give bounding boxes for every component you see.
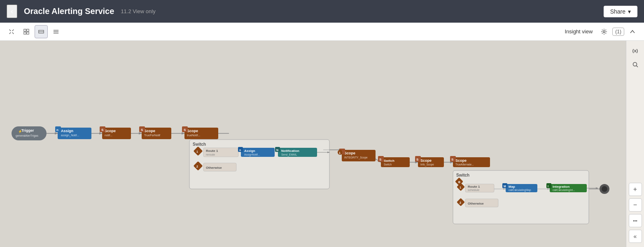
- list-view-button[interactable]: [49, 25, 63, 38]
- svg-point-121: [602, 186, 607, 192]
- svg-rect-54: [194, 147, 203, 156]
- svg-text:Switch: Switch: [456, 173, 469, 177]
- svg-text:S: S: [101, 128, 104, 132]
- share-button[interactable]: Share ▾: [604, 6, 637, 17]
- svg-line-11: [636, 66, 638, 68]
- search-button[interactable]: [629, 58, 642, 71]
- settings-button[interactable]: [597, 25, 611, 38]
- svg-text:Otherwise: Otherwise: [468, 202, 484, 205]
- assign-node-1[interactable]: Assign assign_Notif... n: [55, 126, 91, 139]
- svg-text:S: S: [379, 158, 382, 161]
- svg-text:Send_EMAIL: Send_EMAIL: [281, 153, 297, 156]
- flow-diagram: ⚡ Trigger generalAlerTrigas Assign assig…: [0, 41, 626, 247]
- route1-diamond[interactable]: 1: [194, 147, 203, 156]
- settings-icon: [601, 28, 607, 35]
- panel-icon: [38, 28, 44, 35]
- svg-point-10: [633, 63, 637, 66]
- scope-node-1[interactable]: Scope notif... S: [100, 126, 131, 139]
- scope-info-node[interactable]: Scope Info_Scope S: [415, 156, 444, 167]
- collapse-panel-button[interactable]: [626, 25, 639, 38]
- end-node[interactable]: [600, 184, 609, 194]
- svg-rect-96: [453, 170, 589, 224]
- canvas-area: (x) + − ••• «: [0, 41, 644, 247]
- svg-text:N: N: [276, 149, 278, 151]
- svg-rect-1: [27, 29, 29, 31]
- switch2-node[interactable]: Switch Switch S: [378, 156, 410, 167]
- svg-text:Otherwise: Otherwise: [206, 166, 222, 170]
- svg-text:S: S: [184, 128, 186, 132]
- grid-icon: [23, 28, 29, 35]
- svg-rect-113: [546, 183, 551, 188]
- scope-alternate-node[interactable]: Scope TrueAlternate... S: [450, 156, 490, 167]
- svg-text:INTEGRITY_Scope: INTEGRITY_Scope: [344, 156, 368, 159]
- scope-integrity-node[interactable]: Scope INTEGRITY_Scope S: [339, 149, 376, 161]
- svg-rect-2: [24, 32, 26, 34]
- zoom-in-button[interactable]: +: [629, 183, 642, 196]
- svg-text:n: n: [56, 128, 58, 132]
- grid-view-button[interactable]: [20, 25, 33, 38]
- svg-rect-118: [465, 199, 498, 207]
- map-node[interactable]: Map callCalculatingMap M: [502, 183, 537, 192]
- integration-node[interactable]: Integration callCalculatingInt... I: [546, 183, 587, 192]
- assign-node-2[interactable]: Assign AssignNotif... n: [238, 147, 275, 157]
- zoom-out-button[interactable]: −: [629, 198, 642, 212]
- svg-text:Scope: Scope: [144, 129, 155, 133]
- insight-view-label: Insight view: [565, 28, 593, 35]
- collapse-sidebar-button[interactable]: «: [629, 230, 642, 243]
- more-options-button[interactable]: •••: [629, 214, 642, 227]
- otherwise2-diamond[interactable]: 2: [457, 198, 465, 206]
- notification-node[interactable]: Notification Send_EMAIL N: [275, 147, 317, 157]
- more-options-label: •••: [633, 219, 637, 223]
- svg-text:trueNotif...: trueNotif...: [187, 134, 200, 137]
- expand-icon: [9, 28, 14, 35]
- svg-text:S: S: [141, 128, 143, 132]
- svg-point-9: [603, 30, 605, 33]
- svg-rect-52: [189, 140, 329, 189]
- svg-text:Scope: Scope: [187, 129, 198, 133]
- back-button[interactable]: ‹: [7, 5, 17, 18]
- svg-text:n: n: [239, 149, 241, 151]
- svg-text:2: 2: [460, 201, 461, 204]
- svg-text:Assign: Assign: [244, 149, 255, 153]
- list-icon: [53, 28, 59, 35]
- svg-text:2: 2: [196, 165, 198, 168]
- svg-text:assign_Notif...: assign_Notif...: [61, 134, 79, 137]
- scope-node-3[interactable]: Scope trueNotif... S: [182, 126, 218, 139]
- otherwise-diamond[interactable]: 2: [194, 161, 203, 171]
- right-sidebar: (x) + − ••• «: [626, 41, 644, 247]
- svg-rect-0: [24, 29, 26, 31]
- svg-text:⚙: ⚙: [458, 181, 460, 184]
- collapse-toolbar-button[interactable]: [5, 25, 18, 38]
- svg-text:Switch: Switch: [384, 159, 394, 163]
- svg-text:callCalculatingMap: callCalculatingMap: [509, 189, 531, 192]
- route2-diamond[interactable]: 1: [457, 183, 465, 191]
- share-arrow-icon: ▾: [628, 8, 631, 15]
- variable-x-label: (x): [632, 48, 638, 53]
- svg-rect-72: [203, 163, 236, 171]
- svg-text:Route 1: Route 1: [206, 149, 218, 153]
- svg-text:1: 1: [196, 150, 198, 153]
- panel-view-button[interactable]: [35, 25, 48, 38]
- trigger-node[interactable]: ⚡ Trigger generalAlerTrigas: [12, 126, 47, 140]
- svg-text:Route 1: Route 1: [468, 185, 480, 189]
- share-label: Share: [610, 8, 625, 15]
- svg-rect-102: [465, 184, 494, 192]
- svg-text:TrueAlternate...: TrueAlternate...: [455, 163, 474, 166]
- insight-badge: (1): [612, 28, 624, 36]
- svg-rect-70: [194, 161, 203, 171]
- zoom-out-label: −: [633, 201, 637, 209]
- zoom-in-label: +: [633, 186, 637, 193]
- app-header: ‹ Oracle Alerting Service 11.2 View only…: [0, 0, 644, 23]
- svg-text:S: S: [341, 150, 343, 154]
- scope-node-2[interactable]: Scope TrueForNotif S: [139, 126, 171, 139]
- svg-text:notif...: notif...: [105, 134, 112, 137]
- variable-x-button[interactable]: (x): [629, 44, 642, 57]
- svg-rect-3: [27, 32, 29, 34]
- svg-text:Info_Scope: Info_Scope: [420, 163, 434, 166]
- svg-text:callCalculatingInt...: callCalculatingInt...: [553, 189, 575, 192]
- svg-text:S: S: [416, 158, 419, 161]
- svg-text:1: 1: [460, 186, 461, 189]
- main-toolbar: Insight view (1): [0, 23, 644, 41]
- collapse-icon: «: [634, 233, 637, 240]
- svg-text:Switch: Switch: [384, 163, 392, 166]
